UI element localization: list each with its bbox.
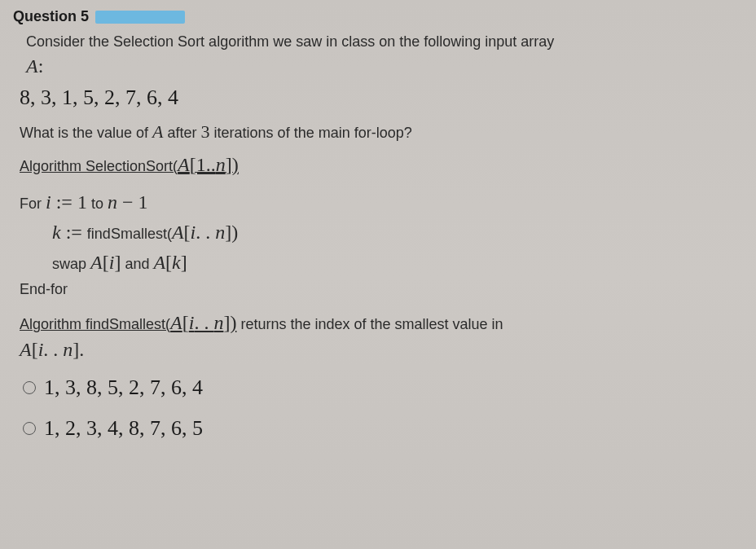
q-var-A: A [152,121,163,142]
alg1-range: [1.. [190,154,216,175]
alg2-A: A [170,312,182,333]
endfor-line: End-for [20,279,743,301]
radio-icon[interactable] [23,381,36,394]
alg2-n: n [213,312,223,333]
k-line: k := findSmallest(A[i. . n]) [20,217,743,248]
alg1-prefix: Algorithm SelectionSort( [20,158,178,174]
k-A: A [172,222,184,243]
k-dots: . . [196,222,215,243]
q-post: iterations of the main for-loop? [210,125,412,141]
k-close: ]) [225,222,238,243]
array-var-A: A [26,55,38,77]
for-kw: For [20,195,46,212]
alg2-open: [ [182,312,189,333]
q-pre: What is the value of [20,125,152,141]
swap-Ak-k: k [172,252,181,273]
alg1-n: n [216,154,226,175]
k-open: [ [184,222,191,243]
swap-and: and [121,256,153,272]
algorithm-findsmallest-title: Algorithm findSmallest(A[i. . n]) return… [20,312,743,334]
input-array: 8, 3, 1, 5, 2, 7, 6, 4 [20,86,743,110]
alg2-returns: returns the index of the smallest value … [236,316,503,332]
swap-line: swap A[i] and A[k] [20,248,743,278]
swap-Ak-A: A [153,252,165,273]
option-1-text: 1, 3, 8, 5, 2, 7, 6, 4 [44,376,203,400]
algorithm-selectionsort-title: Algorithm SelectionSort(A[1..n]) [20,154,743,176]
alg2-close: ]) [223,312,236,333]
question-number: Question 5 [13,8,89,25]
k-func: findSmallest( [87,226,172,242]
ain-n: n [63,339,73,360]
k-n: n [215,222,225,243]
q-mid: after [164,125,201,141]
q-num: 3 [201,121,210,142]
ain-open: [ [32,339,38,360]
array-name-line: A: [26,55,743,77]
alg1-close: ]) [226,154,239,175]
for-1b: 1 [138,191,147,213]
redacted-badge [95,11,185,24]
swap-kw: swap [52,256,90,272]
radio-icon[interactable] [23,422,36,435]
for-to: to [87,195,108,212]
swap-Ak-open: [ [165,252,172,273]
colon: : [38,55,44,77]
option-2[interactable]: 1, 2, 3, 4, 8, 7, 6, 5 [23,416,743,441]
for-line: For i := 1 to n − 1 [20,187,743,217]
alg2-prefix: Algorithm findSmallest( [20,316,170,332]
for-minus: − [117,191,138,213]
question-header: Question 5 [13,8,743,25]
for-1: 1 [77,191,87,213]
swap-Ak-close: ] [181,252,187,273]
for-i: i [46,191,51,213]
for-assign: := [51,191,77,213]
ain-A: A [20,339,32,360]
swap-Ai-open: [ [103,252,109,273]
k-var: k [52,222,61,243]
ain-period: . [79,339,84,360]
option-2-text: 1, 2, 3, 4, 8, 7, 6, 5 [44,416,203,441]
question-prompt: What is the value of A after 3 iteration… [20,121,743,143]
for-n: n [108,191,117,213]
ain-dots: . . [43,339,63,360]
alg2-dots: . . [194,312,213,333]
option-1[interactable]: 1, 3, 8, 5, 2, 7, 6, 4 [23,376,743,400]
k-assign: := [61,222,87,243]
swap-Ai-A: A [90,252,103,273]
alg1-A: A [178,154,190,175]
a-i-n-line: A[i. . n]. [20,339,743,361]
algorithm-body: For i := 1 to n − 1 k := findSmallest(A[… [20,187,743,301]
intro-text: Consider the Selection Sort algorithm we… [26,33,743,51]
